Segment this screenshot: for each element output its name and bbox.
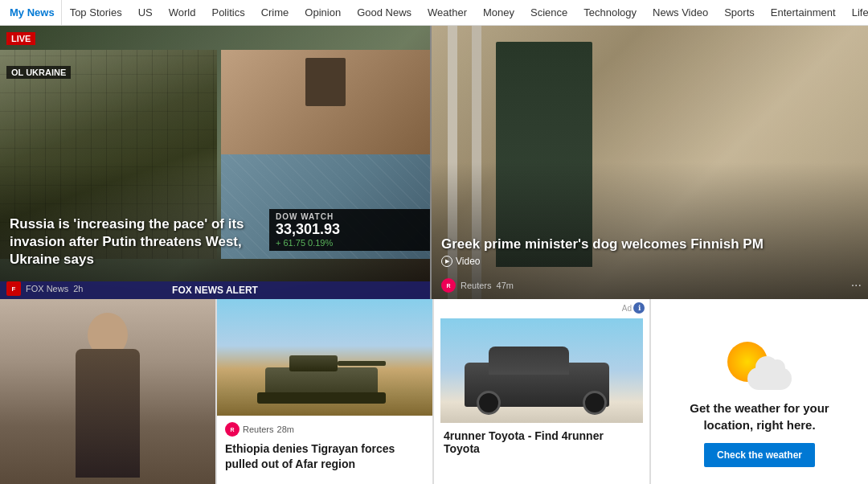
main-story-caption: Russia is 'increasing the pace' of its i… [0, 209, 269, 275]
cloud-icon [747, 367, 792, 390]
nav-item-entertainment[interactable]: Entertainment [763, 0, 844, 25]
ad-text-area: 4runner Toyota - Find 4runner Toyota [440, 423, 643, 455]
navigation-bar: My News Top Stories US World Politics Cr… [0, 0, 868, 26]
bottom-stories-row: U USA TODAY 1h R Reuters 28m Ethiopia de… [0, 299, 868, 484]
right-story-source: Reuters [461, 281, 492, 290]
reuters-logo-small-icon: R [225, 422, 240, 437]
nav-item-world[interactable]: World [161, 0, 204, 25]
ad-info-icon[interactable]: ℹ [633, 302, 645, 314]
advertisement-block: Ad ℹ 4runner Toyota - Find 4runner Toyot… [434, 299, 651, 484]
weather-icon-container [727, 342, 792, 390]
mini-panel-interview [221, 50, 430, 154]
nav-brand[interactable]: My News [3, 0, 62, 25]
check-weather-button[interactable]: Check the weather [704, 443, 815, 467]
right-story-caption: Greek prime minister's dog welcomes Finn… [441, 236, 858, 267]
tank-body [265, 367, 378, 396]
main-story-left[interactable]: LIVE OL UKRAINE DOW WATCH 33,301.93 + 61… [0, 26, 430, 299]
ukraine-badge: OL UKRAINE [6, 66, 71, 79]
content-area: LIVE OL UKRAINE DOW WATCH 33,301.93 + 61… [0, 26, 868, 484]
nav-item-top-stories[interactable]: Top Stories [62, 0, 130, 25]
more-options-button[interactable]: ··· [851, 278, 862, 293]
bottom-story-tank[interactable]: R Reuters 28m Ethiopia denies Tigrayan f… [217, 299, 434, 484]
bottom-story-2-time: 28m [277, 425, 294, 434]
bottom-story-person[interactable]: U USA TODAY 1h [0, 299, 217, 484]
reuters-logo-icon: R [441, 278, 456, 293]
live-badge: LIVE [6, 32, 35, 45]
nav-item-science[interactable]: Science [522, 0, 575, 25]
nav-item-news-video[interactable]: News Video [645, 0, 716, 25]
nav-item-politics[interactable]: Politics [203, 0, 252, 25]
ad-headline[interactable]: 4runner Toyota - Find 4runner Toyota [444, 429, 640, 455]
video-label: Video [456, 256, 480, 267]
dow-watch-widget: DOW WATCH 33,301.93 + 61.75 0.19% [269, 209, 430, 251]
dow-watch-value: 33,301.93 [276, 221, 424, 238]
main-story-right[interactable]: Greek prime minister's dog welcomes Finn… [432, 26, 868, 299]
nav-item-money[interactable]: Money [475, 0, 522, 25]
nav-item-crime[interactable]: Crime [253, 0, 297, 25]
main-story-headline: Russia is 'increasing the pace' of its i… [10, 215, 260, 269]
car-advertisement-image [440, 318, 643, 423]
bottom-story-2-source: Reuters [243, 425, 274, 434]
nav-item-us[interactable]: US [130, 0, 161, 25]
weather-headline: Get the weather for your location, right… [664, 400, 855, 433]
tank-turret [289, 355, 338, 371]
tank-gun [338, 361, 386, 366]
weather-widget: Get the weather for your location, right… [651, 299, 868, 484]
right-story-time: 47m [497, 281, 514, 290]
nav-item-good-news[interactable]: Good News [349, 0, 420, 25]
nav-item-weather[interactable]: Weather [420, 0, 475, 25]
ad-label: Ad [622, 304, 632, 313]
video-badge: ▶ Video [441, 256, 480, 267]
video-play-icon: ▶ [441, 256, 452, 267]
top-stories-row: LIVE OL UKRAINE DOW WATCH 33,301.93 + 61… [0, 26, 868, 299]
main-story-time: 2h [73, 284, 83, 293]
car-wheel-left [477, 391, 501, 415]
nav-item-lifestyle[interactable]: Lifestyle [844, 0, 868, 25]
car-roof [489, 347, 569, 375]
dow-watch-change: + 61.75 0.19% [276, 238, 424, 248]
nav-item-technology[interactable]: Technology [575, 0, 645, 25]
right-story-meta: R Reuters 47m [441, 278, 514, 293]
nav-item-sports[interactable]: Sports [716, 0, 763, 25]
right-story-headline: Greek prime minister's dog welcomes Finn… [441, 236, 858, 253]
tank-track [257, 392, 386, 404]
main-story-source: FOX News [26, 284, 68, 293]
tank-image [217, 299, 432, 416]
bottom-story-2-meta: R Reuters 28m [225, 422, 424, 437]
person-body-figure [76, 349, 140, 478]
fox-news-logo-icon: F [6, 281, 21, 296]
nav-item-opinion[interactable]: Opinion [297, 0, 349, 25]
dow-watch-label: DOW WATCH [276, 212, 424, 221]
car-wheel-right [583, 391, 607, 415]
main-story-meta: F FOX News 2h [6, 281, 83, 296]
bottom-story-2-headline: Ethiopia denies Tigrayan forces pulled o… [225, 441, 424, 472]
bottom-story-2-text: R Reuters 28m Ethiopia denies Tigrayan f… [217, 416, 432, 478]
